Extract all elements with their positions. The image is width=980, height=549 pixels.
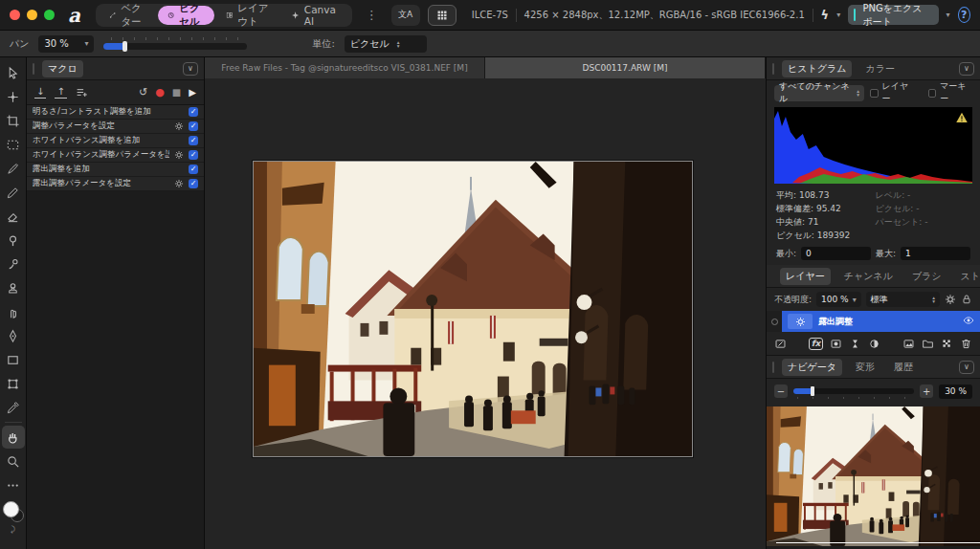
persona-tab-canva-ai[interactable]: Canva AI (281, 6, 348, 25)
mask-layer-button[interactable] (830, 338, 842, 350)
help-button[interactable]: ? (958, 7, 970, 23)
tab-navigator[interactable]: ナビゲータ (782, 359, 842, 376)
import-macro-button[interactable]: ↓ (34, 87, 46, 99)
reset-macro-button[interactable]: ↺ (139, 87, 147, 98)
selection-brush-tool[interactable] (2, 157, 25, 180)
live-filter-button[interactable] (849, 338, 861, 350)
gear-icon[interactable] (174, 150, 184, 160)
move-tool[interactable] (2, 61, 25, 84)
more-personas-button[interactable]: ⋮ (360, 8, 384, 22)
translate-button[interactable]: 文A (391, 5, 420, 26)
opacity-select[interactable]: 100 % ▾ (816, 292, 861, 307)
export-macro-button[interactable]: ↑ (55, 87, 66, 99)
persona-tab-layout[interactable]: レイアウト (216, 6, 279, 25)
delete-layer-button[interactable] (960, 338, 972, 350)
layer-visibility-eye-icon[interactable] (963, 315, 974, 328)
channel-select[interactable]: すべてのチャンネル ▴▾ (774, 85, 864, 101)
min-input[interactable]: 0 (801, 247, 871, 260)
gear-icon[interactable] (174, 179, 184, 188)
document-tab-active[interactable]: DSC00117.ARW [M] (485, 57, 766, 78)
eraser-tool[interactable] (2, 205, 25, 228)
tab-histogram[interactable]: ヒストグラム (782, 60, 852, 77)
mesh-warp-tool[interactable] (2, 372, 25, 395)
record-macro-button[interactable]: ● (155, 86, 165, 99)
macro-step-checkbox[interactable]: ✓ (189, 136, 198, 145)
color-swatch[interactable] (3, 501, 24, 522)
pattern-layer-button[interactable] (941, 338, 953, 350)
dodge-brush-tool[interactable] (2, 229, 25, 252)
play-macro-button[interactable]: ▶ (189, 87, 196, 98)
macro-step-checkbox[interactable]: ✓ (189, 165, 198, 174)
adjustment-layer-thumbnail[interactable] (788, 314, 813, 329)
persona-tab-pixel[interactable]: ピクセル (158, 6, 214, 25)
unit-select[interactable]: ピクセル ▴▾ (345, 35, 427, 53)
macro-step-row[interactable]: 調整パラメータを設定 ✓ (27, 120, 204, 134)
tab-layers[interactable]: レイヤー (780, 268, 831, 285)
macro-step-checkbox[interactable]: ✓ (189, 179, 198, 188)
shape-tool[interactable] (2, 348, 25, 371)
edit-mask-icon[interactable] (774, 338, 787, 350)
macro-step-checkbox[interactable]: ✓ (189, 107, 198, 117)
max-input[interactable]: 1 (901, 247, 970, 260)
add-to-library-button[interactable] (76, 86, 88, 99)
auto-adjust-caret[interactable]: ▾ (836, 11, 840, 19)
close-window-button[interactable] (10, 10, 20, 20)
color-picker-tool[interactable] (2, 396, 25, 419)
blend-options-gear-icon[interactable] (945, 294, 956, 305)
export-options-caret[interactable]: ▾ (947, 11, 950, 19)
auto-adjust-icon[interactable]: ϟ (821, 8, 830, 22)
zoom-tool[interactable] (2, 450, 25, 472)
view-tool[interactable] (2, 426, 25, 449)
zoom-in-button[interactable]: + (920, 384, 933, 398)
new-layer-button[interactable] (902, 338, 915, 350)
pen-tool[interactable] (2, 324, 25, 347)
primary-color[interactable] (3, 501, 19, 517)
zoom-slider-handle[interactable] (122, 41, 127, 52)
zoom-window-button[interactable] (44, 10, 55, 20)
apps-grid-button[interactable] (428, 5, 457, 26)
group-layers-button[interactable] (922, 338, 934, 350)
tab-stock[interactable]: ストック (955, 268, 980, 285)
paint-brush-tool[interactable] (2, 181, 25, 204)
navigator-zoom-slider[interactable] (793, 385, 914, 397)
node-tool[interactable] (2, 85, 25, 108)
macro-step-checkbox[interactable]: ✓ (189, 150, 198, 160)
macro-step-row[interactable]: 露出調整パラメータを設定 ✓ (27, 177, 204, 191)
tab-channels[interactable]: チャンネル (838, 268, 899, 285)
persona-tab-vector[interactable]: ベクター (100, 6, 156, 25)
tab-transform[interactable]: 変形 (850, 359, 880, 376)
navigator-zoom-value[interactable]: 30 % (939, 384, 972, 399)
tab-color[interactable]: カラー (859, 60, 900, 77)
blend-mode-select[interactable]: 標準 ▴▾ (866, 292, 940, 307)
export-png-button[interactable]: PNGをエクスポート (848, 5, 938, 25)
navigator-thumbnail[interactable] (767, 406, 980, 546)
macro-step-checkbox[interactable]: ✓ (189, 121, 198, 131)
layer-row-selected[interactable]: 露出調整 (767, 311, 980, 332)
marquee-tool[interactable] (2, 133, 25, 156)
stop-macro-button[interactable]: ■ (172, 87, 181, 98)
canvas-viewport[interactable] (205, 78, 766, 549)
macro-step-row[interactable]: ホワイトバランス調整パラメータを設定 ✓ (27, 148, 204, 163)
panel-menu-button[interactable]: ∨ (959, 361, 974, 374)
burn-brush-tool[interactable] (2, 253, 25, 275)
zoom-level-select[interactable]: 30 % ▾ (38, 35, 94, 53)
marquee-checkbox-row[interactable]: マーキー (928, 80, 972, 105)
gear-icon[interactable] (174, 121, 184, 131)
photo-document[interactable] (253, 161, 693, 457)
panel-menu-button[interactable]: ∨ (183, 62, 198, 76)
smudge-tool[interactable] (2, 300, 25, 323)
tab-brushes[interactable]: ブラシ (906, 268, 947, 285)
document-tab-inactive[interactable]: Free Raw Files - Tag @signatureeditsco V… (205, 57, 485, 78)
clipping-warning-icon[interactable] (955, 111, 969, 124)
layer-effects-button[interactable]: fx (809, 338, 824, 350)
clone-stamp-tool[interactable] (2, 276, 25, 299)
layer-select-dot[interactable] (767, 311, 782, 332)
crop-tool[interactable] (2, 109, 25, 132)
zoom-out-button[interactable]: − (774, 384, 788, 398)
marquee-checkbox[interactable] (928, 89, 937, 98)
minimize-window-button[interactable] (27, 10, 37, 20)
tab-macro[interactable]: マクロ (42, 60, 83, 77)
zoom-slider[interactable] (103, 37, 247, 51)
swap-colors-icon[interactable]: ⤸ (11, 525, 15, 535)
panel-menu-button[interactable]: ∨ (959, 62, 974, 76)
